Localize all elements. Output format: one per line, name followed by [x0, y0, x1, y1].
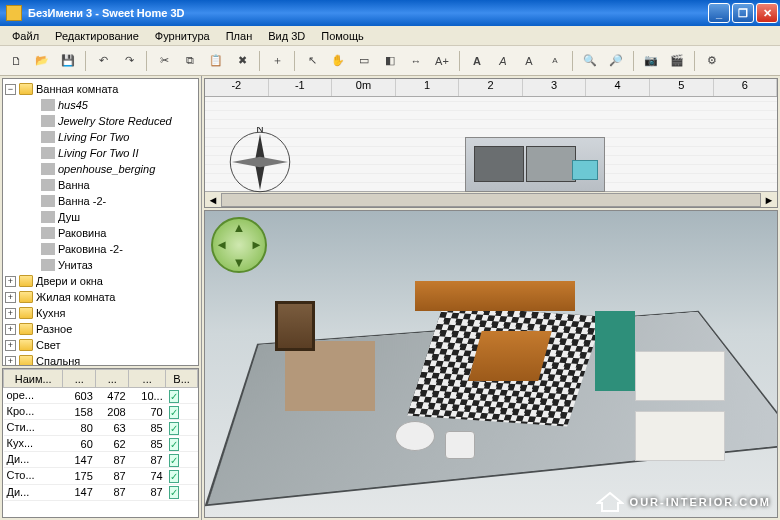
delete-icon[interactable]: ✖	[230, 49, 254, 73]
menu-file[interactable]: Файл	[4, 28, 47, 44]
menu-edit[interactable]: Редактирование	[47, 28, 147, 44]
nav-left-icon[interactable]: ◄	[215, 237, 228, 252]
column-header[interactable]: Наим...	[4, 370, 63, 388]
checkbox-icon[interactable]: ✓	[169, 470, 179, 483]
catalog-tree[interactable]: −Ванная комната hus45Jewelry Store Reduc…	[2, 78, 199, 366]
text-bold-icon[interactable]: A	[465, 49, 489, 73]
text-icon[interactable]: A+	[430, 49, 454, 73]
menu-furniture[interactable]: Фурнитура	[147, 28, 218, 44]
window-title: БезИмени 3 - Sweet Home 3D	[28, 7, 185, 19]
pan-icon[interactable]: ✋	[326, 49, 350, 73]
furniture-table[interactable]: Наим............В... оре...60347210...✓ …	[2, 368, 199, 518]
expand-icon[interactable]: +	[5, 292, 16, 303]
menu-help[interactable]: Помощь	[313, 28, 372, 44]
ruler-tick: 4	[586, 79, 650, 96]
tree-item[interactable]: Раковина	[5, 225, 196, 241]
checkbox-icon[interactable]: ✓	[169, 438, 179, 451]
open-icon[interactable]: 📂	[30, 49, 54, 73]
table-row[interactable]: Ди...1478787✓	[4, 452, 198, 468]
plan-view[interactable]: -2-10m123456 N ◄ ►	[204, 78, 778, 208]
text-italic-icon[interactable]: A	[491, 49, 515, 73]
tree-item[interactable]: Ванна -2-	[5, 193, 196, 209]
tree-folder[interactable]: +Свет	[5, 337, 196, 353]
tree-item[interactable]: Раковина -2-	[5, 241, 196, 257]
folder-icon	[19, 323, 33, 335]
camera-icon[interactable]: 📷	[639, 49, 663, 73]
new-icon[interactable]: 🗋	[4, 49, 28, 73]
table-row[interactable]: Ди...1478787✓	[4, 484, 198, 500]
tree-item[interactable]: Ванна	[5, 177, 196, 193]
expand-icon[interactable]: +	[5, 340, 16, 351]
3d-nav-pad[interactable]: ▲ ◄► ▼	[211, 217, 267, 273]
tree-folder[interactable]: +Двери и окна	[5, 273, 196, 289]
expand-icon[interactable]: +	[5, 356, 16, 367]
tree-item[interactable]: Душ	[5, 209, 196, 225]
column-header[interactable]: ...	[129, 370, 166, 388]
save-icon[interactable]: 💾	[56, 49, 80, 73]
tree-item[interactable]: Living For Two II	[5, 145, 196, 161]
tree-item[interactable]: openhouse_berging	[5, 161, 196, 177]
cut-icon[interactable]: ✂	[152, 49, 176, 73]
tree-folder[interactable]: +Кухня	[5, 305, 196, 321]
nav-up-icon[interactable]: ▲	[233, 220, 246, 235]
checkbox-icon[interactable]: ✓	[169, 486, 179, 499]
expand-icon[interactable]: +	[5, 324, 16, 335]
select-icon[interactable]: ↖	[300, 49, 324, 73]
checkbox-icon[interactable]: ✓	[169, 406, 179, 419]
checkbox-icon[interactable]: ✓	[169, 390, 179, 403]
table-row[interactable]: Сто...1758774✓	[4, 468, 198, 484]
folder-icon	[19, 355, 33, 366]
nav-right-icon[interactable]: ►	[250, 237, 263, 252]
tree-folder[interactable]: +Спальня	[5, 353, 196, 366]
nav-down-icon[interactable]: ▼	[233, 255, 246, 270]
wall-icon[interactable]: ▭	[352, 49, 376, 73]
redo-icon[interactable]: ↷	[117, 49, 141, 73]
expand-icon[interactable]: +	[5, 308, 16, 319]
tree-item[interactable]: hus45	[5, 97, 196, 113]
minimize-button[interactable]: _	[708, 3, 730, 23]
menubar: Файл Редактирование Фурнитура План Вид 3…	[0, 26, 780, 46]
table-row[interactable]: Кро...15820870✓	[4, 404, 198, 420]
copy-icon[interactable]: ⧉	[178, 49, 202, 73]
video-icon[interactable]: 🎬	[665, 49, 689, 73]
paste-icon[interactable]: 📋	[204, 49, 228, 73]
3d-view[interactable]: ▲ ◄► ▼ OUR-INTERIOR.COM	[204, 210, 778, 518]
collapse-icon[interactable]: −	[5, 84, 16, 95]
close-button[interactable]: ✕	[756, 3, 778, 23]
table-row[interactable]: Кух...606285✓	[4, 436, 198, 452]
ruler-tick: 5	[650, 79, 714, 96]
furniture-icon	[41, 163, 55, 175]
column-header[interactable]: ...	[63, 370, 96, 388]
menu-view3d[interactable]: Вид 3D	[260, 28, 313, 44]
expand-icon[interactable]: +	[5, 276, 16, 287]
menu-plan[interactable]: План	[218, 28, 261, 44]
scroll-right-icon[interactable]: ►	[761, 194, 777, 206]
zoom-out-icon[interactable]: 🔎	[604, 49, 628, 73]
room-icon[interactable]: ◧	[378, 49, 402, 73]
tree-folder[interactable]: +Разное	[5, 321, 196, 337]
prefs-icon[interactable]: ⚙	[700, 49, 724, 73]
text-small-icon[interactable]: A	[543, 49, 567, 73]
folder-icon	[19, 307, 33, 319]
text-big-icon[interactable]: A	[517, 49, 541, 73]
column-header[interactable]: ...	[96, 370, 129, 388]
undo-icon[interactable]: ↶	[91, 49, 115, 73]
dimension-icon[interactable]: ↔	[404, 49, 428, 73]
tree-item[interactable]: Унитаз	[5, 257, 196, 273]
zoom-in-icon[interactable]: 🔍	[578, 49, 602, 73]
tree-root[interactable]: −Ванная комната	[5, 81, 196, 97]
tree-item[interactable]: Jewelry Store Reduced	[5, 113, 196, 129]
table-row[interactable]: оре...60347210...✓	[4, 388, 198, 404]
column-header[interactable]: В...	[166, 370, 198, 388]
maximize-button[interactable]: ❐	[732, 3, 754, 23]
tree-item[interactable]: Living For Two	[5, 129, 196, 145]
table-row[interactable]: Сти...806385✓	[4, 420, 198, 436]
plan-canvas[interactable]: N	[205, 97, 777, 191]
scroll-left-icon[interactable]: ◄	[205, 194, 221, 206]
checkbox-icon[interactable]: ✓	[169, 454, 179, 467]
tree-folder-label: Двери и окна	[36, 275, 103, 287]
checkbox-icon[interactable]: ✓	[169, 422, 179, 435]
tree-folder[interactable]: +Жилая комната	[5, 289, 196, 305]
add-furniture-icon[interactable]: ＋	[265, 49, 289, 73]
plan-mini-model	[465, 137, 605, 192]
